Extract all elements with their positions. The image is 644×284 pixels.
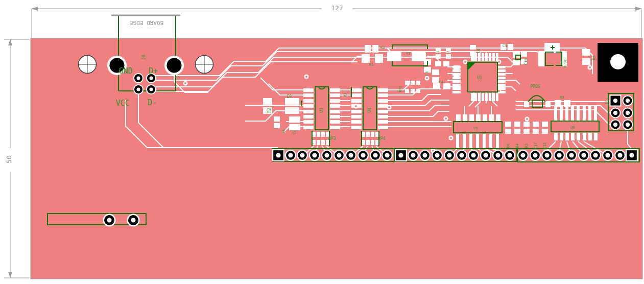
smd-pad[interactable] [378,93,388,97]
smd-pad[interactable] [533,129,539,134]
smd-pad[interactable] [497,66,506,68]
silkscreen-label-c8[interactable]: C8 [476,49,481,53]
smd-pad[interactable] [594,133,598,140]
smd-pad[interactable] [263,98,272,105]
smd-pad[interactable] [330,93,340,97]
silkscreen-label-u6[interactable]: U6 [570,126,575,130]
smd-pad[interactable] [303,120,314,124]
smd-pad[interactable] [351,126,362,129]
smd-pad[interactable] [463,114,467,121]
smd-pad[interactable] [303,115,314,119]
smd-pad[interactable] [505,129,511,134]
smd-pad[interactable] [560,106,563,121]
smd-pad[interactable] [378,120,388,124]
smd-pad[interactable] [412,51,426,61]
smd-pad[interactable] [321,140,325,145]
smd-pad[interactable] [452,84,461,86]
smd-pad[interactable] [330,120,340,124]
smd-pad[interactable] [554,133,558,140]
smd-pad[interactable] [303,110,314,113]
smd-pad[interactable] [289,124,300,130]
smd-pad[interactable] [542,122,548,127]
smd-pad[interactable] [564,100,570,107]
silkscreen-label-reset[interactable]: RESET [563,57,567,68]
silkscreen-label-r1[interactable]: R1 [369,63,373,67]
smd-pad[interactable] [362,140,365,145]
silkscreen-label-y1[interactable]: Y1 [406,52,410,56]
silkscreen-label-r3[interactable]: R3 [524,144,529,148]
smd-pad[interactable] [285,107,299,114]
smd-pad[interactable] [416,89,420,93]
smd-pad[interactable] [497,84,506,86]
smd-pad[interactable] [456,134,459,148]
silkscreen-label-r6[interactable]: R6 [282,129,286,133]
smd-pad[interactable] [497,69,506,72]
silkscreen-label-c17[interactable]: C17 [534,143,538,149]
silkscreen-label-rp3[interactable]: RP3 [328,136,336,141]
smd-pad[interactable] [456,114,461,121]
silkscreen-label-c18[interactable]: C18 [524,59,528,65]
smd-pad[interactable] [523,129,530,134]
silkscreen-label-d-[interactable]: D- [148,98,157,107]
silkscreen-label-u1[interactable]: U1 [477,76,482,80]
silkscreen-label-c7[interactable]: C7 [446,51,449,55]
smd-pad[interactable] [312,140,316,145]
smd-pad[interactable] [443,61,449,66]
silkscreen-label-j8[interactable]: J8 [141,55,146,60]
smd-pad[interactable] [378,99,388,103]
smd-pad[interactable] [443,83,450,89]
smd-pad[interactable] [312,132,316,137]
silkscreen-label-c5[interactable]: C5 [503,44,507,48]
smd-pad[interactable] [303,88,314,92]
smd-pad[interactable] [330,99,340,103]
smd-pad[interactable] [378,110,388,113]
smd-pad[interactable] [378,126,388,129]
smd-pad[interactable] [411,89,415,93]
smd-pad[interactable] [476,114,481,121]
smd-pad[interactable] [542,129,548,134]
smd-pad[interactable] [378,115,388,119]
smd-pad[interactable] [416,81,420,85]
smd-pad[interactable] [497,73,506,76]
smd-pad[interactable] [303,126,314,129]
silkscreen-label-rp4[interactable]: RP4 [378,136,386,141]
smd-pad[interactable] [489,134,492,148]
smd-pad[interactable] [594,106,597,121]
smd-pad[interactable] [435,61,441,66]
smd-pad[interactable] [577,106,580,121]
silkscreen-label-r5[interactable]: R5 [592,56,596,60]
smd-pad[interactable] [321,132,325,137]
smd-pad[interactable] [454,65,460,70]
smd-pad[interactable] [362,132,365,137]
smd-pad[interactable] [521,51,527,57]
silkscreen-label-d+[interactable]: D+ [149,66,158,76]
smd-pad[interactable] [489,114,494,121]
smd-pad[interactable] [482,93,484,101]
smd-pad[interactable] [508,44,513,50]
smd-pad[interactable] [471,93,473,101]
smd-pad[interactable] [513,60,520,65]
smd-pad[interactable] [351,120,362,124]
smd-pad[interactable] [351,88,362,92]
smd-pad[interactable] [289,116,300,123]
smd-pad[interactable] [274,116,280,122]
smd-pad[interactable] [483,134,486,148]
silkscreen-label-prog[interactable]: PROG [530,84,540,89]
smd-pad[interactable] [351,93,362,97]
smd-pad[interactable] [365,45,371,53]
smd-pad[interactable] [452,91,461,93]
smd-pad[interactable] [497,77,506,79]
smd-pad[interactable] [577,133,580,140]
silkscreen-label-c2[interactable]: C2 [292,130,296,134]
smd-pad[interactable] [317,132,320,137]
smd-pad[interactable] [366,140,370,145]
silkscreen-label-r2[interactable]: R2 [267,108,272,113]
smd-pad[interactable] [554,106,557,121]
silkscreen-label-u5[interactable]: U5 [473,126,478,130]
silkscreen-label-d1[interactable]: D1 [436,51,439,55]
smd-pad[interactable] [452,80,461,83]
smd-pad[interactable] [330,104,340,108]
smd-pad[interactable] [497,80,506,83]
silkscreen-label-r4[interactable]: R4 [380,46,385,50]
smd-pad[interactable] [378,104,388,108]
